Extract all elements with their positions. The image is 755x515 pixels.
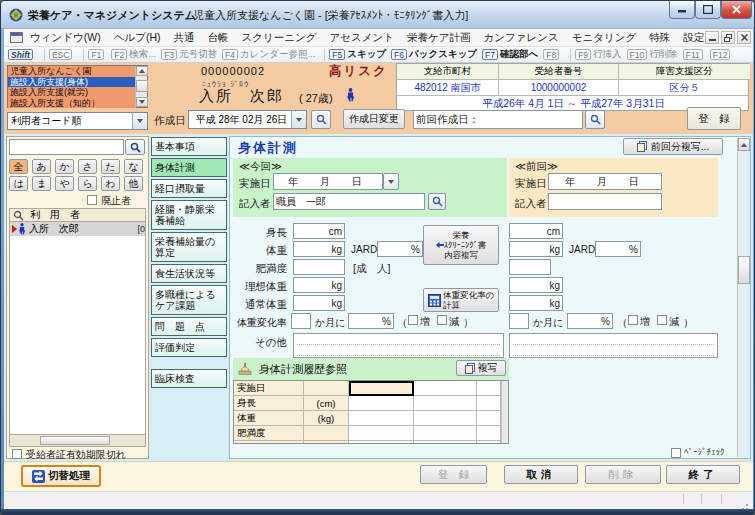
page-check-checkbox[interactable] (671, 448, 681, 458)
other-textarea[interactable] (293, 333, 504, 358)
facility-item[interactable]: 施設入所支援(就労) (8, 87, 136, 98)
history-cell[interactable] (349, 426, 414, 441)
certificate-expired-checkbox[interactable] (12, 449, 22, 459)
obesity-field[interactable] (293, 259, 345, 275)
tab-dietary-life[interactable]: 食生活状況等 (151, 264, 227, 283)
tab-evaluation[interactable]: 評価判定 (151, 338, 227, 357)
prev-other-textarea[interactable] (509, 333, 718, 358)
jard-field[interactable]: % (377, 241, 423, 257)
writer-search-button[interactable] (428, 193, 446, 210)
scroll-up-icon[interactable] (136, 66, 148, 76)
form-scrollbar[interactable] (737, 138, 750, 457)
prev-obesity-field[interactable] (509, 259, 551, 275)
prev-jard-field[interactable]: % (595, 241, 641, 257)
prev-decrease-checkbox[interactable] (657, 315, 667, 325)
user-list-hscrollbar[interactable] (9, 435, 146, 447)
maximize-button[interactable] (695, 1, 721, 19)
tab-basic-info[interactable]: 基本事項 (151, 137, 227, 156)
history-cell[interactable] (477, 411, 501, 426)
delete-button[interactable]: 削除 (585, 465, 661, 484)
user-list-item-selected[interactable]: 入所 次郎 [0 (10, 222, 145, 236)
history-cell[interactable] (414, 396, 477, 411)
decrease-checkbox[interactable] (437, 315, 447, 325)
user-list[interactable]: 入所 次郎 [0 (9, 222, 146, 435)
cancel-button[interactable]: 取消 (504, 465, 578, 484)
tab-body-measurement[interactable]: 身体計測 (151, 158, 227, 177)
toolbar-f10-delete-row[interactable]: F10行削除 (627, 48, 678, 61)
created-date-select[interactable]: 平成 28年 02月 26日 (188, 110, 307, 129)
toolbar-f7-confirm[interactable]: F7確認部へ (482, 48, 538, 61)
menu-care-plan[interactable]: 栄養ケア計画 (407, 31, 471, 45)
scroll-down-icon[interactable] (136, 97, 148, 107)
previous-created-date-input[interactable]: 前回作成日： (413, 110, 583, 129)
menu-ledger[interactable]: 台帳 (207, 31, 228, 45)
toolbar-shift[interactable]: Shift (8, 49, 35, 60)
toolbar-f5-skip[interactable]: F5スキップ (329, 48, 386, 61)
sort-order-select[interactable]: 利用者コード順 (7, 112, 148, 130)
increase-checkbox[interactable] (408, 315, 418, 325)
title-bar[interactable]: 栄養ケア・マネジメントシステム 児童入所支援なんごく園 - [栄養ｱｾｽﾒﾝﾄ・… (1, 1, 755, 29)
chevron-down-icon[interactable] (291, 111, 306, 128)
ideal-weight-field[interactable]: kg (293, 277, 345, 293)
toolbar-f4-calendar[interactable]: F4カレンダー参照... (222, 48, 315, 61)
history-table[interactable]: 実施日 身長 (cm) 体重 (kg) 肥満度 (233, 380, 509, 444)
toolbar-f3-era-switch[interactable]: F3元号切替 (161, 48, 217, 61)
history-cell[interactable] (349, 411, 414, 426)
kana-filter-ka[interactable]: か (55, 159, 74, 174)
facility-listbox[interactable]: 児童入所なんごく園 施設入所支援(身体) 施設入所支援(就労) 施設入所支援（知… (7, 65, 148, 108)
kana-filter-wa[interactable]: わ (101, 176, 120, 191)
kana-filter-a[interactable]: あ (32, 159, 51, 174)
tab-multidisciplinary-care[interactable]: 多職種によるケア課題 (151, 285, 227, 315)
register-button[interactable]: 登 録 (420, 465, 487, 484)
menu-screening[interactable]: スクリーニング (241, 31, 316, 45)
previous-writer-field[interactable] (548, 193, 662, 210)
created-date-search-button[interactable] (311, 110, 331, 129)
mdi-minimize-button[interactable] (705, 31, 719, 44)
facility-item-selected[interactable]: 施設入所支援(身体) (8, 77, 136, 88)
weight-field[interactable]: kg (293, 241, 345, 257)
prev-change-months-field[interactable] (509, 313, 529, 329)
change-months-field[interactable] (291, 313, 311, 329)
kana-filter-ma[interactable]: ま (32, 176, 51, 191)
current-writer-field[interactable]: 職員 一郎 (273, 193, 425, 210)
menu-settings[interactable]: 設定 (683, 31, 704, 45)
facility-item[interactable]: 施設入所支援（知的） (8, 98, 136, 109)
mdi-restore-button[interactable] (721, 31, 735, 44)
mdi-close-button[interactable] (737, 31, 751, 44)
exit-button[interactable]: 終了 (666, 465, 740, 484)
menu-special[interactable]: 特殊 (649, 31, 670, 45)
kana-filter-ta[interactable]: た (101, 159, 120, 174)
minimize-button[interactable] (669, 1, 695, 19)
menu-assessment[interactable]: アセスメント (329, 31, 393, 45)
switch-process-button[interactable]: 切替処理 (21, 465, 101, 487)
kana-filter-ra[interactable]: ら (78, 176, 97, 191)
tab-enteral-iv-nutrition[interactable]: 経腸・静脈栄養補給 (151, 200, 227, 230)
history-cell[interactable] (414, 441, 477, 444)
hscroll-thumb[interactable] (40, 436, 110, 445)
history-selected-cell[interactable] (349, 381, 414, 396)
height-field[interactable]: cm (293, 223, 345, 239)
menu-monitoring[interactable]: モニタリング (572, 31, 636, 45)
history-copy-button[interactable]: 複写 (456, 360, 506, 376)
prev-height-field[interactable]: cm (509, 223, 563, 239)
usual-weight-field[interactable]: kg (293, 295, 345, 311)
kana-filter-ya[interactable]: や (55, 176, 74, 191)
kana-filter-ha[interactable]: は (9, 176, 28, 191)
scroll-thumb[interactable] (136, 80, 148, 92)
history-cell[interactable] (414, 411, 477, 426)
chevron-down-icon[interactable] (132, 113, 147, 129)
history-table-scrollbar[interactable] (501, 381, 508, 444)
tab-clinical-test[interactable]: 臨床検査 (151, 369, 227, 388)
copy-previous-button[interactable]: 前回分複写... (623, 138, 723, 155)
facility-item[interactable]: 児童入所なんごく園 (8, 66, 136, 77)
kana-filter-na[interactable]: な (124, 159, 143, 174)
history-cell[interactable] (477, 441, 501, 444)
toolbar-f9-insert-row[interactable]: F9行挿入 (575, 48, 621, 61)
scroll-thumb[interactable] (738, 256, 750, 284)
current-date-dropdown[interactable] (383, 173, 399, 190)
prev-change-percent-field[interactable]: % (567, 313, 613, 329)
discontinued-checkbox[interactable] (87, 195, 97, 205)
facility-scrollbar[interactable] (135, 66, 147, 107)
scroll-up-icon[interactable] (738, 138, 750, 151)
history-cell[interactable] (477, 381, 501, 396)
